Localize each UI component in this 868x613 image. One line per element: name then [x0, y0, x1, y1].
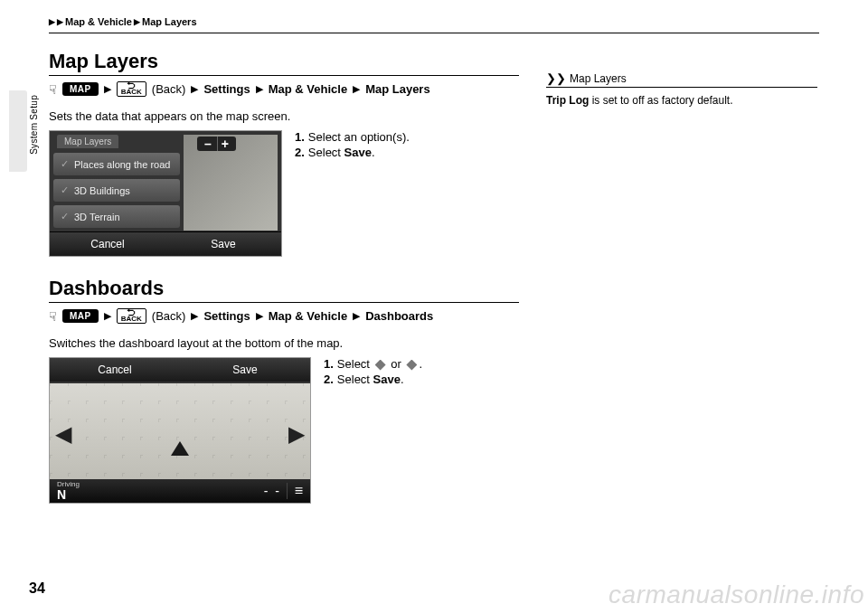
- screenshot-tab: Map Layers: [57, 135, 118, 148]
- chevron-right-icon: ▶: [49, 17, 55, 26]
- nav-path: ☟ MAP ▶ ⮌ BACK (Back) ▶ Settings ▶ Map &…: [49, 81, 519, 97]
- path-leaf: Map Layers: [365, 82, 430, 96]
- back-paren: (Back): [152, 309, 186, 323]
- breadcrumb-item: Map & Vehicle: [65, 16, 132, 27]
- step-text: Select Save.: [308, 146, 375, 159]
- chevron-right-icon: ▶: [353, 310, 360, 322]
- vehicle-cursor-icon: [171, 441, 189, 456]
- nav-right-icon: [406, 360, 417, 371]
- layer-item[interactable]: 3D Buildings: [53, 179, 180, 202]
- back-paren: (Back): [152, 82, 186, 96]
- save-button[interactable]: Save: [180, 358, 310, 382]
- chevron-right-icon: ▶: [57, 17, 63, 26]
- step-number: 2.: [324, 373, 334, 386]
- path-settings: Settings: [203, 82, 250, 96]
- hand-icon: ☟: [49, 82, 57, 97]
- section-label: System Setup: [29, 95, 39, 155]
- chevron-right-icon: ▶: [353, 83, 360, 95]
- zoom-control[interactable]: – +: [197, 137, 236, 151]
- step-text: Select an option(s).: [308, 130, 410, 144]
- info-icon: ❯❯: [546, 71, 566, 85]
- chevron-right-icon: ▶: [104, 83, 111, 95]
- back-label: BACK: [121, 315, 142, 323]
- breadcrumb: ▶ ▶ Map & Vehicle ▶ Map Layers: [49, 16, 819, 27]
- step-number: 1.: [324, 357, 334, 371]
- section-title-dashboards: Dashboards: [49, 277, 519, 300]
- chevron-right-icon: ▶: [256, 83, 263, 95]
- nav-right-icon[interactable]: ▶: [288, 421, 305, 447]
- zoom-in-icon[interactable]: +: [217, 137, 232, 151]
- watermark: carmanualsonline.info: [609, 580, 864, 609]
- back-button[interactable]: ⮌ BACK: [117, 81, 146, 97]
- driving-indicator: Driving N: [50, 481, 87, 501]
- layer-item[interactable]: Places along the road: [53, 153, 180, 175]
- steps: 1. Select an option(s). 2. Select Save.: [295, 130, 410, 161]
- chevron-right-icon: ▶: [256, 310, 263, 322]
- breadcrumb-item: Map Layers: [142, 16, 197, 27]
- nav-left-icon[interactable]: ◀: [55, 421, 71, 447]
- zoom-out-icon[interactable]: –: [201, 137, 215, 151]
- section-description: Sets the data that appears on the map sc…: [49, 109, 519, 123]
- nav-left-icon: [375, 360, 386, 371]
- chevron-right-icon: ▶: [104, 310, 111, 322]
- dashboard-bar: Driving N - - ≡: [50, 479, 310, 503]
- cancel-button[interactable]: Cancel: [50, 358, 180, 382]
- sidebar-title: Map Layers: [570, 72, 627, 85]
- chevron-right-icon: ▶: [134, 17, 140, 26]
- screenshot-map-area: [50, 383, 310, 479]
- map-button[interactable]: MAP: [62, 309, 99, 323]
- step-number: 2.: [295, 146, 305, 159]
- step-text: Select or .: [337, 357, 422, 371]
- section-description: Switches the dashboard layout at the bot…: [49, 336, 519, 350]
- save-button[interactable]: Save: [165, 231, 281, 256]
- chevron-right-icon: ▶: [191, 83, 198, 95]
- section-title-map-layers: Map Layers: [49, 50, 519, 73]
- map-button[interactable]: MAP: [62, 82, 99, 96]
- nav-path: ☟ MAP ▶ ⮌ BACK (Back) ▶ Settings ▶ Map &…: [49, 308, 519, 324]
- steps: 1. Select or . 2. Select Save.: [324, 357, 422, 388]
- step-text: Select Save.: [337, 373, 404, 386]
- menu-icon[interactable]: ≡: [287, 483, 310, 499]
- sidebar-note: Trip Log is set to off as factory defaul…: [546, 93, 817, 108]
- cancel-button[interactable]: Cancel: [50, 231, 165, 256]
- step-number: 1.: [295, 130, 305, 144]
- hand-icon: ☟: [49, 309, 57, 324]
- chevron-right-icon: ▶: [191, 310, 198, 322]
- side-tab: [9, 90, 27, 172]
- path-map-vehicle: Map & Vehicle: [269, 82, 347, 96]
- layer-list: Places along the road 3D Buildings 3D Te…: [53, 153, 180, 231]
- screenshot-dashboards: Cancel Save ◀ ▶ Driving N - - ≡: [49, 357, 311, 504]
- screenshot-map-layers: Map Layers – + Places along the road 3D …: [49, 130, 282, 257]
- back-button[interactable]: ⮌ BACK: [117, 308, 146, 324]
- divider: [49, 33, 819, 33]
- dash-value: - -: [264, 484, 287, 498]
- path-settings: Settings: [203, 309, 250, 323]
- path-leaf: Dashboards: [365, 309, 433, 323]
- back-label: BACK: [121, 88, 142, 96]
- layer-item[interactable]: 3D Terrain: [53, 205, 180, 228]
- path-map-vehicle: Map & Vehicle: [269, 309, 347, 323]
- divider: [49, 75, 519, 76]
- sidebar-heading: ❯❯ Map Layers: [546, 71, 817, 88]
- page-number: 34: [29, 580, 45, 597]
- divider: [49, 302, 519, 303]
